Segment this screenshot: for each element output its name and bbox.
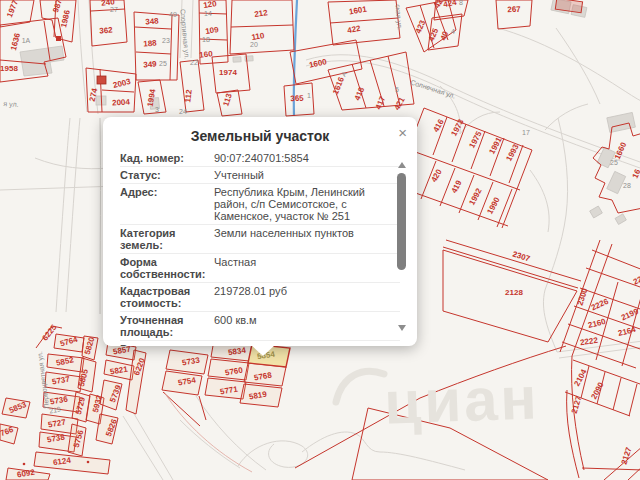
- field-value: [214, 343, 400, 346]
- field-label: Кад. номер:: [120, 152, 214, 164]
- field-label: Кадастровая стоимость:: [120, 285, 214, 309]
- field-value: Республика Крым, Ленинский район, с/п Се…: [214, 186, 400, 222]
- field-label: Адрес:: [120, 186, 214, 222]
- scroll-down-icon[interactable]: [398, 325, 406, 331]
- field-value: 219728.01 руб: [214, 285, 400, 309]
- field-value: Учтенный: [214, 169, 400, 181]
- scroll-up-icon[interactable]: [398, 162, 406, 168]
- close-icon[interactable]: ×: [396, 123, 409, 142]
- cadastral-map[interactable]: 1977987198616361958240362348188349160109…: [0, 0, 640, 480]
- popup-pointer: [251, 345, 275, 356]
- field-row: Уточненная площадь:600 кв.м: [120, 312, 400, 341]
- popup-scrollbar[interactable]: [397, 162, 407, 331]
- water-line: [294, 0, 297, 116]
- field-label: Разрешенное: [120, 343, 214, 346]
- field-row: Статус:Учтенный: [120, 167, 400, 184]
- field-value: Частная: [214, 256, 400, 280]
- field-row: Форма собственности:Частная: [120, 254, 400, 283]
- field-value: 600 кв.м: [214, 314, 400, 338]
- popup-body: Кад. номер:90:07:240701:5854 Статус:Учте…: [103, 150, 417, 346]
- field-label: Статус:: [120, 169, 214, 181]
- field-row: Адрес:Республика Крым, Ленинский район, …: [120, 184, 400, 225]
- field-label: Уточненная площадь:: [120, 314, 214, 338]
- popup-title: Земельный участок: [103, 117, 417, 144]
- field-label: Категория земель:: [120, 227, 214, 251]
- field-value: Земли населенных пунктов: [214, 227, 400, 251]
- parcel-cluster-58xx: [0, 326, 286, 480]
- field-label: Форма собственности:: [120, 256, 214, 280]
- field-value: 90:07:240701:5854: [214, 152, 400, 164]
- scroll-thumb[interactable]: [397, 173, 406, 270]
- field-row: Кад. номер:90:07:240701:5854: [120, 150, 400, 167]
- parcel-info-popup: Земельный участок × Кад. номер:90:07:240…: [103, 117, 417, 346]
- field-row: Категория земель:Земли населенных пункто…: [120, 225, 400, 254]
- field-row: Кадастровая стоимость:219728.01 руб: [120, 283, 400, 312]
